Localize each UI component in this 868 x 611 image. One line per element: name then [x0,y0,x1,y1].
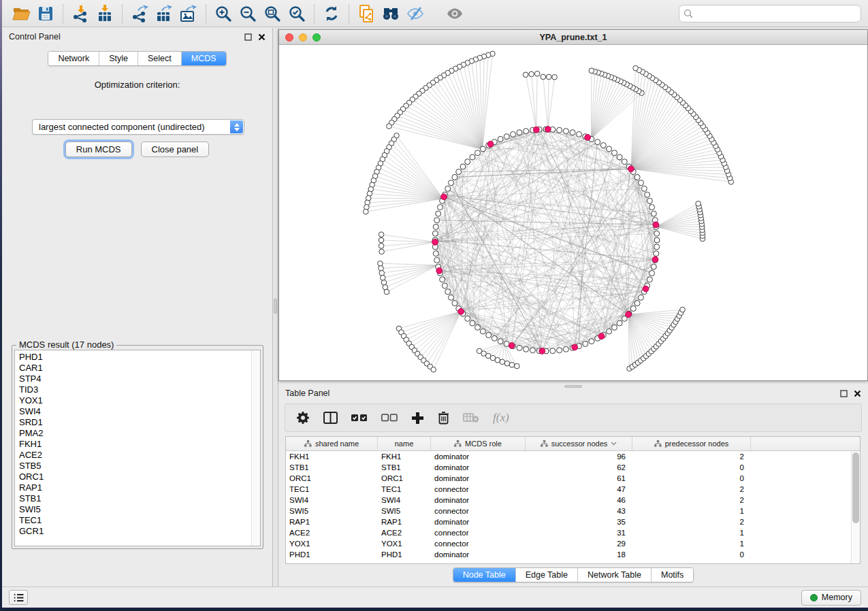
mcds-hub-node[interactable] [545,127,551,133]
table-cell[interactable]: 2 [632,495,751,506]
network-leaf-node[interactable] [509,363,515,368]
mcds-result-item[interactable]: SWI4 [15,406,251,417]
export-table-icon[interactable] [152,3,176,24]
network-graph[interactable] [279,45,868,381]
network-node[interactable] [480,329,485,334]
mcds-hub-node[interactable] [598,333,605,340]
network-leaf-node[interactable] [381,280,387,286]
network-node[interactable] [634,301,640,306]
mcds-hub-node[interactable] [458,308,464,314]
mcds-hub-node[interactable] [652,257,658,263]
table-cell[interactable]: 0 [632,462,751,473]
mcds-result-item[interactable]: STP4 [15,374,251,384]
network-leaf-node[interactable] [381,276,386,281]
network-node[interactable] [649,205,655,210]
unselect-all-columns-icon[interactable] [381,414,398,422]
column-header-predecessor-nodes[interactable]: predecessor nodes [632,437,751,450]
network-node[interactable] [449,180,454,186]
network-leaf-node[interactable] [515,363,520,369]
network-node[interactable] [550,348,556,354]
network-node[interactable] [498,339,503,344]
table-cell[interactable]: TEC1 [286,484,378,495]
network-window-titlebar[interactable]: YPA_prune.txt_1 [279,30,867,45]
table-cell[interactable]: dominator [431,549,526,560]
network-node[interactable] [440,277,445,282]
mcds-result-item[interactable]: YOX1 [15,395,251,406]
import-table-icon[interactable] [93,3,117,24]
first-neighbors-icon[interactable] [379,3,403,24]
table-cell[interactable]: 1 [632,506,751,516]
network-node[interactable] [630,306,636,312]
network-leaf-node[interactable] [495,357,500,363]
network-node[interactable] [647,198,652,203]
mcds-hub-node[interactable] [628,166,634,172]
network-node[interactable] [465,159,470,165]
network-leaf-node[interactable] [500,359,505,365]
network-node[interactable] [492,335,497,341]
tab-network-table[interactable]: Network Table [578,568,652,582]
table-cell[interactable]: 96 [526,451,632,462]
network-node[interactable] [563,346,568,352]
network-node[interactable] [617,320,622,326]
mcds-result-item[interactable]: SWI5 [15,504,251,515]
zoom-out-icon[interactable] [236,3,260,24]
vertical-splitter[interactable] [273,28,278,587]
tab-style[interactable]: Style [99,52,138,65]
network-node[interactable] [452,174,457,180]
network-node[interactable] [645,192,650,197]
network-leaf-node[interactable] [379,249,385,254]
table-cell[interactable]: RAP1 [286,516,378,527]
mcds-result-item[interactable]: PHD1 [15,352,251,363]
network-leaf-node[interactable] [534,71,540,77]
network-node[interactable] [654,231,660,236]
export-image-icon[interactable] [176,3,201,24]
open-folder-icon[interactable] [9,3,33,24]
network-leaf-node[interactable] [546,74,551,80]
column-view-icon[interactable] [323,412,338,424]
network-node[interactable] [456,169,462,175]
export-network-icon[interactable] [127,3,152,24]
table-cell[interactable]: connector [431,484,526,495]
table-cell[interactable]: YOX1 [286,538,378,549]
mcds-hub-node[interactable] [643,286,649,292]
network-leaf-node[interactable] [589,68,594,73]
table-cell[interactable]: FKH1 [286,451,378,462]
mcds-hub-node[interactable] [487,141,494,147]
table-row[interactable]: ORC1ORC1dominator610 [286,473,860,484]
network-node[interactable] [651,211,656,216]
column-header-MCDS-role[interactable]: MCDS role [431,437,526,450]
table-cell[interactable]: RAP1 [378,516,431,527]
network-node[interactable] [570,130,575,135]
mcds-result-item[interactable]: SRD1 [15,417,251,428]
table-cell[interactable]: 35 [526,516,632,527]
close-panel-icon[interactable] [854,390,861,397]
mcds-result-item[interactable]: TEC1 [15,515,251,526]
table-cell[interactable]: 0 [632,549,751,560]
save-icon[interactable] [33,3,58,24]
network-node[interactable] [654,237,660,243]
network-leaf-node[interactable] [529,71,534,77]
network-node[interactable] [622,159,627,165]
network-node[interactable] [600,143,606,148]
network-node[interactable] [557,348,562,353]
column-header-successor-nodes[interactable]: successor nodes [526,437,632,450]
network-node[interactable] [434,218,440,223]
splitter-grip[interactable] [274,299,277,314]
table-row[interactable]: STB1STB1dominator620 [286,462,860,473]
table-row[interactable]: FKH1FKH1dominator962 [286,451,860,462]
table-cell[interactable]: 47 [526,484,632,495]
network-node[interactable] [617,154,622,160]
network-node[interactable] [442,283,447,288]
table-cell[interactable]: 61 [526,473,632,484]
network-node[interactable] [498,136,503,142]
network-node[interactable] [437,205,443,210]
network-leaf-node[interactable] [364,209,369,214]
tab-motifs[interactable]: Motifs [652,568,693,582]
table-row[interactable]: SWI5SWI5connector431 [286,506,860,516]
table-cell[interactable]: 1 [632,527,751,538]
network-node[interactable] [460,164,466,169]
table-cell[interactable]: YOX1 [378,538,431,549]
network-node[interactable] [612,150,617,156]
mcds-result-item[interactable]: TID3 [15,384,251,395]
mcds-hub-node[interactable] [539,348,545,354]
